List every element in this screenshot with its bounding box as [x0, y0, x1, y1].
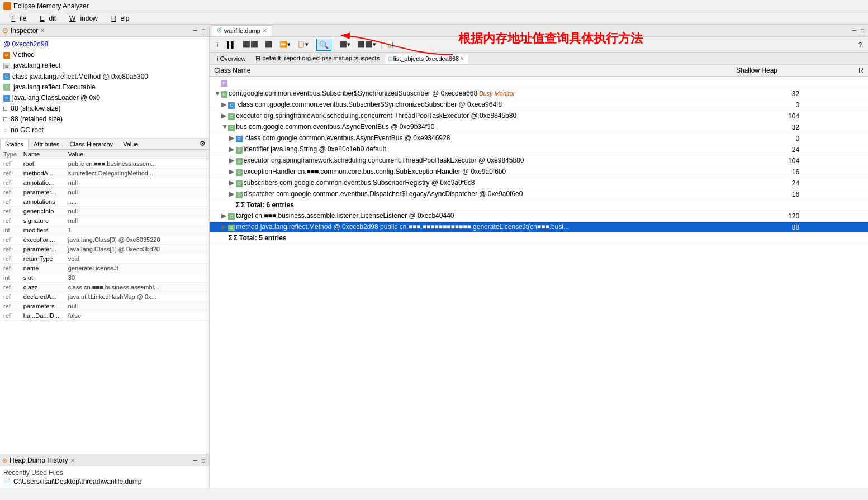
menu-window[interactable]: Window: [60, 13, 102, 23]
expand-arrow[interactable]: ▶: [229, 190, 236, 198]
th-shallow-heap[interactable]: Shallow Heap: [732, 65, 804, 77]
th-value[interactable]: Value: [65, 150, 209, 159]
tab-attributes[interactable]: Attributes: [29, 139, 64, 149]
toolbar-histogram-btn[interactable]: ▌▌: [224, 39, 239, 51]
class-row[interactable]: ▶Odispatcher com.google.common.eventbus.…: [210, 189, 868, 200]
class-row[interactable]: ▶C class com.google.common.eventbus.Asyn…: [210, 133, 868, 144]
toolbar-export-btn[interactable]: ⬛⬛▾: [354, 39, 379, 51]
inspector-close-icon[interactable]: ✕: [40, 27, 45, 34]
tab-wanfile[interactable]: ⊙ wanfile.dump ✕: [212, 25, 272, 36]
class-row[interactable]: ▶Otarget cn.■■■.business.assemble.listen…: [210, 211, 868, 222]
expand-arrow[interactable]: ▶: [229, 145, 236, 153]
class-row[interactable]: ▶Oexecutor org.springframework.schedulin…: [210, 111, 868, 122]
prop-row[interactable]: ref parameters null: [0, 301, 209, 311]
prop-row[interactable]: ref methodA... sun.reflect.DelegatingMet…: [0, 168, 209, 178]
tab-maximize-btn[interactable]: □: [859, 27, 866, 34]
inspector-maximize[interactable]: □: [200, 27, 207, 34]
menu-help[interactable]: Help: [102, 13, 134, 23]
class-row[interactable]: ▼Ocom.google.common.eventbus.Subscriber$…: [210, 88, 868, 99]
th-retained[interactable]: R: [804, 65, 868, 77]
tab-minimize-btn[interactable]: ─: [851, 27, 858, 34]
toolbar-search-btn[interactable]: 🔍: [316, 39, 331, 51]
expand-arrow[interactable]: ▶: [229, 179, 236, 187]
prop-type: ref: [0, 206, 20, 216]
class-row[interactable]: ▶Osubscribers com.google.common.eventbus…: [210, 178, 868, 189]
class-row[interactable]: ▶Oexecutor org.springframework.schedulin…: [210, 155, 868, 166]
class-row[interactable]: R: [210, 77, 868, 88]
inspector-address[interactable]: @ 0xeccb2d98: [3, 39, 206, 50]
expand-arrow[interactable]: ▶: [229, 134, 236, 142]
inspector-minimize[interactable]: ─: [192, 27, 199, 34]
class-row[interactable]: ΣΣ Total: 5 entries: [210, 233, 868, 244]
prop-row[interactable]: ref returnType void: [0, 254, 209, 263]
prop-row[interactable]: ref ha...Da...lD... false: [0, 311, 209, 320]
menu-edit[interactable]: Edit: [31, 13, 60, 23]
expand-arrow[interactable]: ▶: [221, 223, 228, 231]
expand-arrow[interactable]: ▶: [221, 212, 228, 220]
prop-row[interactable]: ref declaredA... java.util.LinkedHashMap…: [0, 292, 209, 301]
menu-file[interactable]: File: [2, 13, 31, 23]
toolbar-report-btn[interactable]: 📋▾: [295, 39, 311, 51]
toolbar-dominator-btn[interactable]: ⬛⬛: [240, 39, 261, 51]
prop-row[interactable]: ref name generateLicenseJt: [0, 263, 209, 273]
tab-statics[interactable]: Statics: [0, 139, 29, 150]
toolbar-layout-btn[interactable]: ⬛▾: [336, 39, 353, 51]
toolbar-chart-btn[interactable]: 📊: [384, 39, 397, 51]
toolbar-help-btn[interactable]: ?: [855, 39, 866, 51]
class-row[interactable]: ▶Omethod java.lang.reflect.Method @ 0xec…: [210, 222, 868, 233]
gear-icon[interactable]: ⚙: [196, 139, 209, 149]
th-class-name[interactable]: Class Name: [210, 65, 732, 77]
prop-row[interactable]: ref root public cn.■■■.business.assem...: [0, 159, 209, 168]
class-row[interactable]: ▶OexceptionHandler cn.■■■.common.core.bu…: [210, 166, 868, 178]
th-type[interactable]: Type: [0, 150, 20, 159]
inspector-class[interactable]: C class java.lang.reflect.Method @ 0xe80…: [3, 72, 206, 82]
prop-row[interactable]: ref exception... java.lang.Class[0] @ 0x…: [0, 235, 209, 244]
prop-row[interactable]: ref annotations ......: [0, 197, 209, 206]
prop-row[interactable]: int modifiers 1: [0, 225, 209, 235]
expand-arrow[interactable]: ▶: [229, 168, 236, 175]
inspector-gcroot: ○ no GC root: [3, 125, 206, 136]
prop-row[interactable]: ref genericInfo null: [0, 206, 209, 216]
class-name-cell: ▶C class com.google.common.eventbus.Asyn…: [210, 133, 732, 144]
inspector-pkg[interactable]: ⊞ java.lang.reflect: [3, 60, 206, 71]
class-row[interactable]: ▶C class com.google.common.eventbus.Subs…: [210, 99, 868, 111]
expand-arrow[interactable]: ▶: [221, 101, 228, 108]
class-row[interactable]: ▼Obus com.google.common.eventbus.AsyncEv…: [210, 122, 868, 133]
prop-row[interactable]: ref parameter... java.lang.Class[1] @ 0x…: [0, 244, 209, 254]
tab-wanfile-close[interactable]: ✕: [263, 28, 267, 34]
class-row[interactable]: ΣΣ Total: 6 entries: [210, 200, 868, 211]
expand-arrow[interactable]: ▼: [214, 89, 221, 97]
expand-arrow[interactable]: ▶: [221, 112, 228, 120]
toolbar-info-btn[interactable]: i: [212, 39, 223, 51]
expand-arrow[interactable]: ▼: [221, 123, 228, 131]
inner-tab-list-objects[interactable]: □ list_objects 0xecdea668 ✕: [385, 54, 468, 64]
toolbar-query-btn[interactable]: ⬛: [262, 39, 276, 51]
inspector-method[interactable]: M Method: [3, 50, 206, 60]
inspector-executable[interactable]: I java.lang.reflect.Executable: [3, 82, 206, 93]
prop-row[interactable]: ref signature null: [0, 216, 209, 225]
heap-minimize[interactable]: ─: [192, 458, 199, 464]
heap-history-title-area: ⊙ Heap Dump History ✕: [2, 456, 75, 464]
prop-row[interactable]: ref annotatio... null: [0, 178, 209, 187]
toolbar-next-btn[interactable]: ⏩▾: [277, 39, 293, 51]
inner-tab-close-icon[interactable]: ✕: [460, 56, 464, 61]
inner-tab-overview[interactable]: i Overview: [212, 54, 250, 64]
prop-row[interactable]: int slot 30: [0, 273, 209, 282]
heap-history-close-icon[interactable]: ✕: [70, 458, 75, 464]
th-name[interactable]: Name: [20, 150, 65, 159]
tab-value[interactable]: Value: [118, 139, 143, 149]
tab-class-hierarchy[interactable]: Class Hierarchy: [64, 139, 118, 149]
heap-file-item[interactable]: 📄 C:\Users\lisai\Desktop\thread\wanfile.…: [3, 478, 206, 485]
class-row[interactable]: ▶Oidentifier java.lang.String @ 0xe80c1e…: [210, 144, 868, 155]
class-label: dispatcher com.google.common.eventbus.Di…: [244, 190, 523, 198]
prop-row[interactable]: ref parameter... null: [0, 187, 209, 197]
inspector-classloader[interactable]: C java.lang.ClassLoader @ 0x0: [3, 93, 206, 103]
expand-arrow[interactable]: ▶: [229, 156, 236, 164]
heap-maximize[interactable]: □: [200, 458, 207, 464]
prop-row[interactable]: ref clazz class cn.■■■.business.assembl.…: [0, 282, 209, 292]
prop-type: ref: [0, 235, 20, 244]
prop-value: null: [65, 206, 209, 216]
menubar[interactable]: File Edit Window Help: [0, 12, 868, 25]
inner-tab-report[interactable]: ⊞ default_report org.eclipse.mat.api:sus…: [250, 53, 385, 64]
prop-name: annotations: [20, 197, 65, 206]
